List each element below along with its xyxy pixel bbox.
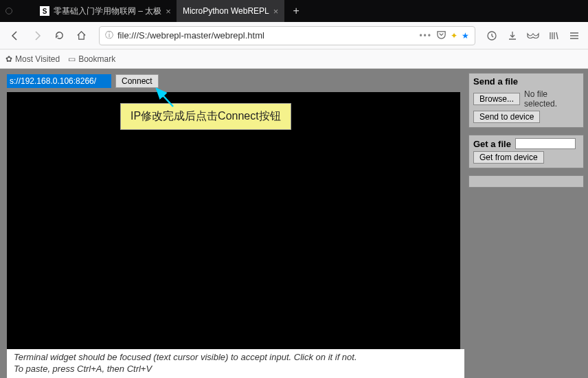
terminal-hints: Terminal widget should be focused (text …: [7, 349, 464, 378]
terminal[interactable]: [7, 92, 460, 349]
url-input[interactable]: ⓘ file:///S:/webrepl-master/webrepl.html…: [99, 26, 475, 45]
get-file-input[interactable]: [515, 138, 576, 149]
bookmark-label: Bookmark: [78, 54, 115, 64]
tab-active[interactable]: MicroPython WebREPL ×: [177, 0, 284, 22]
send-file-block: Send a file Browse... No file selected. …: [468, 73, 584, 128]
annotation-tooltip: IP修改完成后点击Connect按钮: [120, 103, 291, 130]
send-file-title: Send a file: [473, 76, 579, 87]
toolbar-right: [484, 27, 583, 44]
tab-label: 零基础入门学用物联网 – 太极: [54, 5, 161, 17]
arrow-icon: [152, 86, 180, 109]
most-visited-button[interactable]: ✿ Most Visited: [5, 54, 60, 64]
no-file-label: No file selected.: [524, 89, 579, 109]
main-area: Connect IP修改完成后点击Connect按钮 Terminal widg…: [0, 69, 464, 378]
bookmarks-bar: ✿ Most Visited ▭ Bookmark: [0, 49, 588, 69]
get-file-title: Get a file: [473, 139, 511, 149]
bookmark-folder[interactable]: ▭ Bookmark: [68, 54, 115, 64]
get-from-device-button[interactable]: Get from device: [473, 151, 544, 164]
gear-icon: ✿: [5, 54, 12, 64]
folder-icon: ▭: [68, 54, 76, 64]
hint-line-2: To paste, press Ctrl+A, then Ctrl+V: [14, 364, 457, 375]
ip-input[interactable]: [7, 74, 111, 88]
send-to-device-button[interactable]: Send to device: [473, 111, 540, 123]
library-icon[interactable]: [545, 27, 562, 44]
back-button[interactable]: [5, 26, 25, 45]
home-button[interactable]: [71, 26, 91, 45]
window-dot: [5, 8, 12, 14]
hint-line-1: Terminal widget should be focused (text …: [14, 352, 457, 364]
page-content: Connect IP修改完成后点击Connect按钮 Terminal widg…: [0, 69, 588, 378]
sidebar: Send a file Browse... No file selected. …: [464, 69, 588, 378]
reload-button[interactable]: [49, 26, 69, 45]
tab-inactive[interactable]: S 零基础入门学用物联网 – 太极 ×: [34, 0, 177, 22]
window-titlebar: S 零基础入门学用物联网 – 太极 × MicroPython WebREPL …: [0, 0, 588, 22]
new-tab-button[interactable]: +: [284, 0, 307, 22]
pocket-icon[interactable]: [436, 30, 446, 42]
url-bar: ⓘ file:///S:/webrepl-master/webrepl.html…: [0, 22, 588, 49]
close-icon[interactable]: ×: [273, 6, 279, 16]
connection-controls: Connect: [7, 74, 464, 88]
status-strip: [468, 175, 584, 188]
most-visited-label: Most Visited: [15, 54, 60, 64]
info-icon[interactable]: ⓘ: [105, 30, 113, 41]
url-text: file:///S:/webrepl-master/webrepl.html: [117, 30, 415, 41]
download-icon[interactable]: [504, 27, 521, 44]
get-file-block: Get a file Get from device: [468, 135, 584, 168]
tab-label: MicroPython WebREPL: [183, 6, 269, 16]
forward-button[interactable]: [27, 26, 47, 45]
window-controls: [0, 0, 34, 22]
clock-icon[interactable]: [484, 27, 500, 44]
page-actions-icon[interactable]: •••: [419, 31, 432, 41]
close-icon[interactable]: ×: [166, 6, 171, 16]
browse-button[interactable]: Browse...: [473, 93, 520, 105]
svg-line-1: [157, 89, 173, 107]
menu-icon[interactable]: [566, 27, 583, 44]
bookmark-star-icon[interactable]: ★: [462, 31, 469, 41]
mask-icon[interactable]: [525, 27, 541, 44]
favicon-icon: S: [40, 6, 49, 16]
extension-icon[interactable]: ✦: [451, 31, 457, 41]
